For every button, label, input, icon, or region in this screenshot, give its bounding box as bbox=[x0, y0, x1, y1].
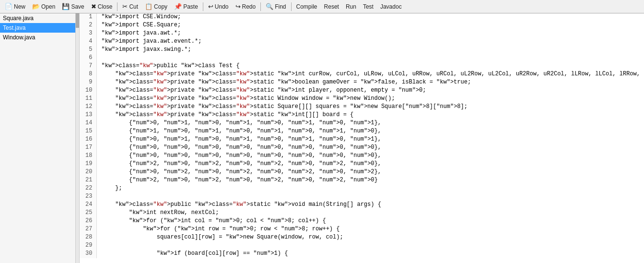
table-row: 20 {"num">0, "num">2, "num">0, "num">2, … bbox=[80, 168, 644, 177]
table-row: 28 squares[col][row] = "kw">new Square(w… bbox=[80, 234, 644, 242]
table-row: 26 "kw">for ("kw">int col = "num">0; col… bbox=[80, 217, 644, 226]
find-label: Find bbox=[275, 3, 286, 10]
table-row: 6 bbox=[80, 54, 644, 62]
table-row: 2"kw">import CSE.Square; bbox=[80, 22, 644, 30]
compile-label: Compile bbox=[296, 3, 317, 10]
undo-button[interactable]: ↩ Undo bbox=[205, 2, 232, 11]
open-icon: 📂 bbox=[32, 3, 40, 10]
run-button[interactable]: Run bbox=[343, 2, 359, 11]
table-row: 14 {"num">0, "num">1, "num">0, "num">1, … bbox=[80, 120, 644, 128]
test-button[interactable]: Test bbox=[360, 2, 376, 11]
javadoc-button[interactable]: Javadoc bbox=[377, 2, 405, 11]
scroll-gutter[interactable] bbox=[76, 13, 80, 263]
table-row: 29 bbox=[80, 242, 644, 250]
line-number: 19 bbox=[80, 160, 96, 168]
line-number: 9 bbox=[80, 79, 96, 87]
sidebar-item-window[interactable]: Window.java bbox=[0, 33, 75, 42]
new-label: New bbox=[14, 3, 25, 10]
line-code: "kw">class="kw">public "kw">class="kw">s… bbox=[96, 201, 644, 209]
copy-icon: 📋 bbox=[145, 3, 152, 10]
line-code: "kw">import java.awt.event.*; bbox=[96, 38, 644, 46]
cut-icon: ✂ bbox=[122, 3, 128, 10]
code-editor[interactable]: 1"kw">import CSE.Window;2"kw">import CSE… bbox=[80, 13, 644, 263]
toolbar: 📄 New 📂 Open 💾 Save ✖ Close ✂ Cut 📋 Copy… bbox=[0, 0, 644, 13]
line-code: {"num">2, "num">0, "num">2, "num">0, "nu… bbox=[96, 177, 644, 185]
sidebar-item-square[interactable]: Square.java bbox=[0, 13, 75, 23]
line-number: 23 bbox=[80, 193, 96, 201]
line-code: "kw">class="kw">private "kw">class="kw">… bbox=[96, 79, 644, 87]
table-row: 10 "kw">class="kw">private "kw">class="k… bbox=[80, 87, 644, 95]
line-number: 4 bbox=[80, 38, 96, 46]
code-table: 1"kw">import CSE.Window;2"kw">import CSE… bbox=[80, 13, 644, 258]
sidebar-item-test[interactable]: Test.java bbox=[0, 23, 75, 33]
line-code: {"num">2, "num">0, "num">2, "num">0, "nu… bbox=[96, 160, 644, 168]
open-button[interactable]: 📂 Open bbox=[29, 2, 58, 11]
table-row: 11 "kw">class="kw">private "kw">class="k… bbox=[80, 95, 644, 103]
copy-label: Copy bbox=[154, 3, 167, 10]
table-row: 30 "kw">if (board[col][row] == "num">1) … bbox=[80, 250, 644, 258]
line-code: {"num">0, "num">1, "num">0, "num">1, "nu… bbox=[96, 120, 644, 128]
compile-button[interactable]: Compile bbox=[293, 2, 320, 11]
separator-3 bbox=[260, 2, 261, 11]
redo-label: Redo bbox=[242, 3, 256, 10]
line-number: 11 bbox=[80, 95, 96, 103]
table-row: 8 "kw">class="kw">private "kw">class="kw… bbox=[80, 71, 644, 79]
table-row: 3"kw">import java.awt.*; bbox=[80, 30, 644, 38]
line-number: 1 bbox=[80, 13, 96, 22]
line-number: 25 bbox=[80, 209, 96, 217]
table-row: 21 {"num">2, "num">0, "num">2, "num">0, … bbox=[80, 177, 644, 185]
line-number: 17 bbox=[80, 144, 96, 152]
line-number: 8 bbox=[80, 71, 96, 79]
undo-label: Undo bbox=[215, 3, 229, 10]
line-number: 2 bbox=[80, 22, 96, 30]
paste-button[interactable]: 📌 Paste bbox=[171, 2, 201, 11]
line-code: "kw">for ("kw">int row = "num">0; row < … bbox=[96, 226, 644, 234]
save-button[interactable]: 💾 Save bbox=[59, 2, 87, 11]
line-number: 16 bbox=[80, 136, 96, 144]
close-label: Close bbox=[98, 3, 113, 10]
separator-2 bbox=[203, 2, 203, 11]
new-icon: 📄 bbox=[5, 3, 12, 10]
new-button[interactable]: 📄 New bbox=[2, 2, 28, 11]
table-row: 7"kw">class="kw">public "kw">class Test … bbox=[80, 62, 644, 71]
file-sidebar: Square.java Test.java Window.java bbox=[0, 13, 76, 263]
line-code: {"num">0, "num">0, "num">0, "num">0, "nu… bbox=[96, 152, 644, 160]
line-number: 27 bbox=[80, 226, 96, 234]
run-label: Run bbox=[346, 3, 356, 10]
line-number: 20 bbox=[80, 168, 96, 177]
table-row: 12 "kw">class="kw">private "kw">class="k… bbox=[80, 103, 644, 111]
cut-button[interactable]: ✂ Cut bbox=[119, 2, 141, 11]
line-code: {"num">1, "num">0, "num">1, "num">0, "nu… bbox=[96, 128, 644, 136]
copy-button[interactable]: 📋 Copy bbox=[142, 2, 170, 11]
line-code: "kw">import CSE.Square; bbox=[96, 22, 644, 30]
table-row: 22 }; bbox=[80, 185, 644, 193]
table-row: 1"kw">import CSE.Window; bbox=[80, 13, 644, 22]
line-number: 26 bbox=[80, 217, 96, 226]
line-code: "kw">import CSE.Window; bbox=[96, 13, 644, 22]
line-code: {"num">0, "num">2, "num">0, "num">2, "nu… bbox=[96, 168, 644, 177]
line-code: "kw">for ("kw">int col = "num">0; col < … bbox=[96, 217, 644, 226]
redo-button[interactable]: ↪ Redo bbox=[233, 2, 259, 11]
line-code: "kw">class="kw">private "kw">class="kw">… bbox=[96, 111, 644, 120]
line-number: 3 bbox=[80, 30, 96, 38]
scroll-thumb[interactable] bbox=[76, 13, 79, 28]
separator-1 bbox=[117, 2, 117, 11]
redo-icon: ↪ bbox=[235, 3, 241, 10]
close-button[interactable]: ✖ Close bbox=[88, 2, 116, 11]
line-number: 14 bbox=[80, 120, 96, 128]
close-icon: ✖ bbox=[91, 3, 96, 10]
undo-icon: ↩ bbox=[208, 3, 213, 10]
line-code: "kw">if (board[col][row] == "num">1) { bbox=[96, 250, 644, 258]
line-code: "kw">class="kw">private "kw">class="kw">… bbox=[96, 103, 644, 111]
table-row: 4"kw">import java.awt.event.*; bbox=[80, 38, 644, 46]
line-number: 7 bbox=[80, 62, 96, 71]
table-row: 5"kw">import javax.swing.*; bbox=[80, 46, 644, 54]
reset-label: Reset bbox=[324, 3, 339, 10]
line-code bbox=[96, 193, 644, 201]
line-number: 5 bbox=[80, 46, 96, 54]
find-button[interactable]: 🔍 Find bbox=[263, 2, 289, 11]
line-code: "kw">import java.awt.*; bbox=[96, 30, 644, 38]
line-code: }; bbox=[96, 185, 644, 193]
line-number: 28 bbox=[80, 234, 96, 242]
reset-button[interactable]: Reset bbox=[321, 2, 342, 11]
